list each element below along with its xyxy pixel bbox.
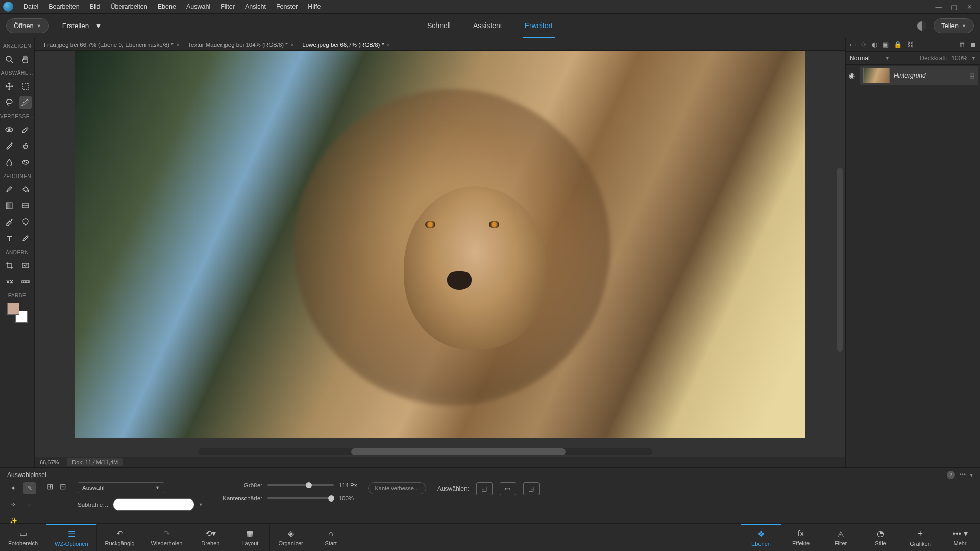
bb-effekte[interactable]: fxEffekte — [781, 524, 821, 551]
scrollbar-thumb[interactable] — [351, 448, 566, 455]
create-button[interactable]: Erstellen ▼ — [62, 22, 102, 30]
paint-bucket-tool-icon[interactable] — [19, 183, 32, 195]
refine-select-icon[interactable]: ⟋ — [23, 498, 36, 511]
foreground-color-swatch[interactable] — [7, 303, 19, 315]
crop-tool-icon[interactable] — [3, 259, 15, 271]
auto-select-icon[interactable]: ✨ — [7, 515, 19, 527]
menu-hilfe[interactable]: Hilfe — [303, 3, 326, 10]
bb-start[interactable]: ⌂Start — [311, 524, 351, 551]
adjustment-layer-icon[interactable]: ◐ — [872, 41, 877, 48]
eyedropper-tool-icon[interactable] — [3, 216, 15, 228]
mode-schnell[interactable]: Schnell — [425, 14, 453, 38]
share-button[interactable]: Teilen ▼ — [934, 18, 974, 33]
chevron-down-icon[interactable]: ▼ — [199, 502, 203, 507]
bb-layout[interactable]: ▦Layout — [230, 524, 270, 551]
recompose-tool-icon[interactable] — [19, 259, 32, 271]
link-layers-icon[interactable]: ⛓ — [907, 41, 914, 48]
open-button[interactable]: Öffnen ▼ — [6, 18, 49, 33]
doc-tab-frau[interactable]: Frau.jpeg bei 66,7% (Ebene 0, Ebenenmask… — [40, 40, 184, 50]
bb-undo[interactable]: ↶Rückgängig — [97, 524, 143, 551]
theme-toggle-icon[interactable] — [917, 21, 926, 31]
collapse-icon[interactable]: ▾ — [970, 471, 973, 479]
layer-visibility-icon[interactable]: ◉ — [849, 71, 855, 80]
bb-stile[interactable]: ◔Stile — [861, 524, 900, 551]
magic-wand-icon[interactable]: ✧ — [7, 498, 19, 511]
color-swatches[interactable] — [7, 303, 28, 323]
bb-ebenen[interactable]: ❖Ebenen — [741, 524, 781, 551]
layer-row-background[interactable]: Hintergrund ⊞ — [860, 66, 978, 85]
panel-menu-icon[interactable]: ••• — [959, 471, 966, 479]
bb-fotobereich[interactable]: ▭Fotobereich — [0, 524, 46, 551]
smart-brush-tool-icon[interactable] — [3, 140, 15, 152]
mode-erweitert[interactable]: Erweitert — [523, 14, 555, 38]
add-to-selection-icon[interactable]: ⊞ — [47, 482, 54, 491]
lasso-tool-icon[interactable] — [3, 96, 15, 109]
close-icon[interactable]: × — [291, 42, 294, 48]
selection-brush-icon[interactable]: ✎ — [23, 482, 36, 494]
menu-filter[interactable]: Filter — [215, 3, 240, 10]
menu-auswahl[interactable]: Auswahl — [181, 3, 215, 10]
bb-rotate[interactable]: ⟲▾Drehen — [190, 524, 230, 551]
menu-ueberarbeiten[interactable]: Überarbeiten — [106, 3, 153, 10]
bb-mehr[interactable]: ••• ▾Mehr — [940, 524, 980, 551]
bb-wz-optionen[interactable]: ☰WZ-Optionen — [46, 524, 96, 551]
canvas-viewport[interactable] — [35, 51, 845, 457]
bb-grafiken[interactable]: ＋Grafiken — [900, 524, 940, 551]
zoom-tool-icon[interactable] — [3, 53, 15, 65]
window-minimize-icon[interactable]: — — [931, 3, 946, 11]
doc-size[interactable]: Dok: 11,4M/11,4M — [67, 458, 123, 466]
content-aware-move-icon[interactable] — [3, 276, 15, 288]
layer-mask-icon[interactable]: ▣ — [883, 41, 889, 48]
size-slider[interactable] — [267, 484, 334, 486]
blur-tool-icon[interactable] — [3, 156, 15, 168]
delete-layer-icon[interactable]: 🗑 — [959, 41, 965, 48]
horizontal-scrollbar[interactable] — [198, 448, 652, 455]
doc-tab-textur[interactable]: Textur Mauer.jpeg bei 104% (RGB/8) * × — [184, 40, 298, 50]
spot-heal-tool-icon[interactable] — [19, 123, 32, 136]
brush-tool-icon[interactable] — [3, 183, 15, 195]
pencil-tool-icon[interactable] — [19, 232, 32, 244]
redeye-tool-icon[interactable] — [3, 123, 15, 136]
canvas-image[interactable] — [75, 51, 805, 438]
selection-brush-tool-icon[interactable] — [19, 96, 32, 109]
gradient-tool-icon[interactable] — [3, 199, 15, 212]
help-icon[interactable]: ? — [947, 471, 955, 479]
opacity-value[interactable]: 100% — [951, 55, 967, 62]
menu-datei[interactable]: Datei — [18, 3, 43, 10]
select-sky-icon[interactable]: ◲ — [523, 482, 540, 495]
doc-tab-loewe[interactable]: Löwe.jpeg bei 66,7% (RGB/8) * × — [298, 40, 394, 50]
lock-icon[interactable]: ⊞ — [969, 72, 975, 80]
clone-stamp-tool-icon[interactable] — [19, 140, 32, 152]
close-icon[interactable]: × — [177, 42, 180, 48]
edge-value[interactable]: 100% — [339, 495, 354, 502]
size-value[interactable]: 114 Px — [339, 482, 357, 488]
brush-preview[interactable] — [113, 498, 194, 511]
select-background-icon[interactable]: ▭ — [500, 482, 516, 495]
straighten-tool-icon[interactable] — [19, 276, 32, 288]
subtract-from-selection-icon[interactable]: ⊟ — [60, 482, 66, 491]
move-tool-icon[interactable] — [3, 80, 15, 92]
select-subject-icon[interactable]: ◱ — [476, 482, 493, 495]
layer-group-icon[interactable]: ⟳ — [861, 41, 867, 48]
vertical-scrollbar[interactable] — [837, 168, 843, 352]
bb-redo[interactable]: ↷Wiederholen — [143, 524, 191, 551]
zoom-level[interactable]: 66,67% — [40, 459, 59, 465]
new-layer-icon[interactable]: ▭ — [850, 41, 856, 48]
shape-tool-icon[interactable] — [19, 216, 32, 228]
layer-thumbnail[interactable] — [863, 68, 890, 83]
sponge-tool-icon[interactable] — [19, 156, 32, 168]
window-maximize-icon[interactable]: ▢ — [946, 3, 962, 11]
mode-select[interactable]: Auswahl ▼ — [78, 482, 164, 493]
panel-menu-icon[interactable]: ≣ — [970, 41, 976, 48]
menu-ansicht[interactable]: Ansicht — [240, 3, 271, 10]
close-icon[interactable]: × — [387, 42, 390, 48]
menu-bearbeiten[interactable]: Bearbeiten — [43, 3, 84, 10]
lock-layer-icon[interactable]: 🔒 — [894, 41, 902, 48]
blend-mode-select[interactable]: Normal ▼ — [850, 55, 916, 62]
edge-slider[interactable] — [267, 497, 334, 499]
menu-bild[interactable]: Bild — [85, 3, 106, 10]
quick-select-icon[interactable]: ✦ — [7, 482, 19, 494]
mode-assistent[interactable]: Assistent — [471, 14, 504, 38]
menu-fenster[interactable]: Fenster — [271, 3, 303, 10]
bb-filter[interactable]: ◬Filter — [821, 524, 861, 551]
